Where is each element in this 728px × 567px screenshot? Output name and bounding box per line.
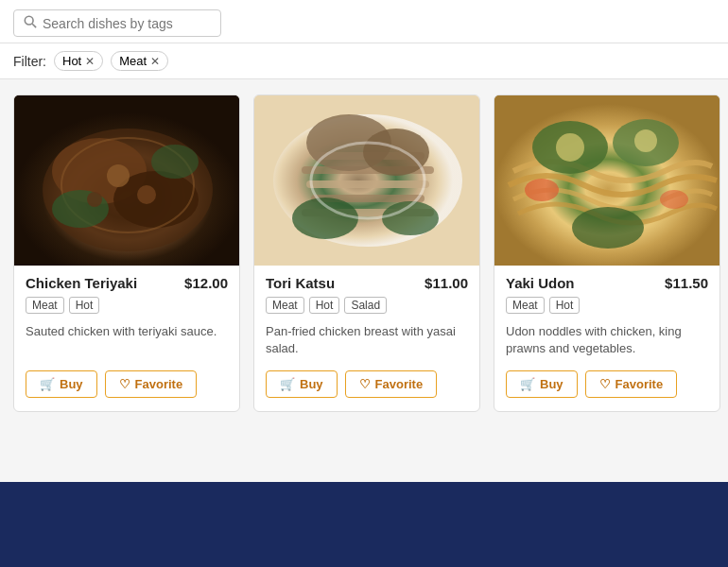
- svg-point-30: [525, 179, 559, 201]
- card-price-chicken-teriyaki: $12.00: [184, 275, 228, 291]
- svg-rect-16: [306, 180, 429, 188]
- cart-icon-1: 🛒: [40, 377, 55, 391]
- search-wrapper: [13, 9, 221, 37]
- filter-tag-hot[interactable]: Hot ✕: [54, 51, 103, 71]
- favorite-button-chicken-teriyaki[interactable]: ♡ Favorite: [105, 370, 198, 398]
- svg-point-31: [660, 190, 688, 209]
- filter-tag-meat-label: Meat: [119, 54, 147, 68]
- buy-label-3: Buy: [540, 377, 563, 391]
- card-tags-yaki-udon: Meat Hot: [506, 297, 708, 314]
- filter-bar: Filter: Hot ✕ Meat ✕: [0, 43, 728, 79]
- filter-tag-hot-remove[interactable]: ✕: [85, 55, 95, 68]
- card-actions-yaki-udon: 🛒 Buy ♡ Favorite: [506, 370, 708, 402]
- card-tags-chicken-teriyaki: Meat Hot: [26, 297, 228, 314]
- card-image-chicken-teriyaki: [14, 95, 239, 266]
- buy-label-1: Buy: [60, 377, 83, 391]
- filter-tag-hot-label: Hot: [62, 54, 81, 68]
- svg-point-0: [25, 16, 33, 25]
- tag-hot-3: Hot: [549, 297, 581, 314]
- svg-point-28: [556, 133, 584, 162]
- tag-salad-2: Salad: [344, 297, 387, 314]
- tag-hot-1: Hot: [69, 297, 100, 314]
- tag-meat-3: Meat: [506, 297, 545, 314]
- card-tori-katsu: Tori Katsu $11.00 Meat Hot Salad Pan-fri…: [253, 94, 480, 412]
- card-title-chicken-teriyaki: Chicken Teriyaki: [26, 275, 137, 291]
- card-desc-chicken-teriyaki: Sauted chicken with teriyaki sauce.: [26, 323, 228, 359]
- card-chicken-teriyaki: Chicken Teriyaki $12.00 Meat Hot Sauted …: [13, 94, 240, 412]
- fav-label-1: Favorite: [135, 377, 183, 391]
- svg-point-9: [107, 164, 130, 187]
- buy-button-yaki-udon[interactable]: 🛒 Buy: [506, 370, 578, 398]
- favorite-button-tori-katsu[interactable]: ♡ Favorite: [345, 370, 438, 398]
- card-title-row-2: Tori Katsu $11.00: [266, 275, 468, 291]
- filter-label: Filter:: [13, 54, 46, 69]
- card-title-tori-katsu: Tori Katsu: [266, 275, 335, 291]
- heart-icon-1: ♡: [119, 377, 130, 391]
- tag-meat-1: Meat: [26, 297, 64, 314]
- card-tags-tori-katsu: Meat Hot Salad: [266, 297, 468, 314]
- filter-tag-meat[interactable]: Meat ✕: [111, 51, 168, 71]
- card-price-tori-katsu: $11.00: [425, 275, 468, 291]
- card-desc-tori-katsu: Pan-fried chicken breast with yasai sala…: [266, 323, 468, 359]
- card-title-row-3: Yaki Udon $11.50: [506, 275, 708, 291]
- buy-button-chicken-teriyaki[interactable]: 🛒 Buy: [26, 370, 97, 398]
- svg-point-29: [634, 129, 657, 152]
- card-actions-tori-katsu: 🛒 Buy ♡ Favorite: [266, 370, 468, 402]
- cart-icon-3: 🛒: [520, 377, 535, 391]
- cards-area: Chicken Teriyaki $12.00 Meat Hot Sauted …: [0, 79, 728, 427]
- card-title-row-1: Chicken Teriyaki $12.00: [26, 275, 228, 291]
- card-image-tori-katsu: [254, 95, 479, 266]
- fav-label-2: Favorite: [375, 377, 424, 391]
- favorite-button-yaki-udon[interactable]: ♡ Favorite: [585, 370, 678, 398]
- svg-point-27: [572, 207, 644, 249]
- search-icon: [24, 15, 43, 31]
- heart-icon-2: ♡: [359, 377, 371, 391]
- svg-point-20: [363, 129, 429, 176]
- svg-point-8: [151, 145, 199, 179]
- search-input[interactable]: [43, 16, 211, 31]
- card-body-chicken-teriyaki: Chicken Teriyaki $12.00 Meat Hot Sauted …: [14, 266, 239, 411]
- svg-line-1: [32, 24, 36, 27]
- card-body-yaki-udon: Yaki Udon $11.50 Meat Hot Udon noddles w…: [494, 266, 719, 411]
- card-title-yaki-udon: Yaki Udon: [506, 275, 575, 291]
- buy-label-2: Buy: [300, 377, 323, 391]
- card-desc-yaki-udon: Udon noddles with chicken, king prawns a…: [506, 323, 708, 359]
- card-actions-chicken-teriyaki: 🛒 Buy ♡ Favorite: [26, 370, 228, 402]
- filter-tag-meat-remove[interactable]: ✕: [150, 55, 160, 68]
- top-bar: [0, 0, 728, 43]
- svg-point-10: [137, 185, 156, 204]
- buy-button-tori-katsu[interactable]: 🛒 Buy: [266, 370, 338, 398]
- card-body-tori-katsu: Tori Katsu $11.00 Meat Hot Salad Pan-fri…: [254, 266, 479, 411]
- card-yaki-udon: Yaki Udon $11.50 Meat Hot Udon noddles w…: [494, 94, 720, 412]
- tag-hot-2: Hot: [309, 297, 340, 314]
- card-image-yaki-udon: [494, 95, 719, 266]
- tag-meat-2: Meat: [266, 297, 304, 314]
- fav-label-3: Favorite: [615, 377, 664, 391]
- card-price-yaki-udon: $11.50: [665, 275, 708, 291]
- heart-icon-3: ♡: [599, 377, 611, 391]
- cart-icon-2: 🛒: [280, 377, 295, 391]
- svg-point-11: [87, 192, 102, 207]
